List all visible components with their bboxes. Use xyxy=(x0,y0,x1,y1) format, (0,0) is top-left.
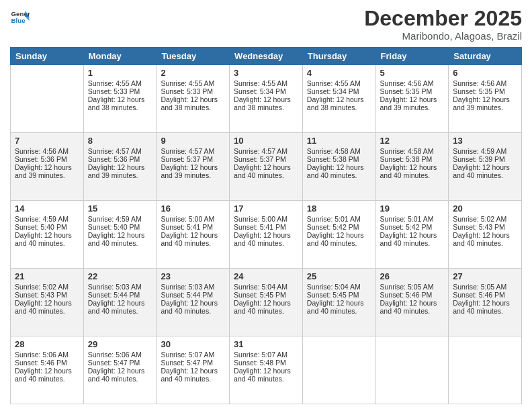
calendar-cell: 19Sunrise: 5:01 AMSunset: 5:42 PMDayligh… xyxy=(375,201,449,269)
daylight-text: Daylight: 12 hours and 40 minutes. xyxy=(234,231,298,247)
daylight-text: Daylight: 12 hours and 40 minutes. xyxy=(307,163,371,179)
sunrise-text: Sunrise: 4:56 AM xyxy=(453,79,517,87)
sunrise-text: Sunrise: 5:07 AM xyxy=(234,351,298,359)
day-number: 19 xyxy=(380,203,445,214)
sunset-text: Sunset: 5:47 PM xyxy=(88,359,152,367)
sunrise-text: Sunrise: 4:56 AM xyxy=(15,147,79,155)
day-number: 7 xyxy=(15,136,79,146)
sunrise-text: Sunrise: 4:57 AM xyxy=(161,147,225,155)
sunrise-text: Sunrise: 4:56 AM xyxy=(380,79,445,87)
sunrise-text: Sunrise: 5:05 AM xyxy=(453,283,517,291)
day-number: 2 xyxy=(161,68,225,78)
calendar-cell: 21Sunrise: 5:02 AMSunset: 5:43 PMDayligh… xyxy=(11,269,84,336)
calendar-cell: 29Sunrise: 5:06 AMSunset: 5:47 PMDayligh… xyxy=(83,336,157,404)
calendar-cell xyxy=(302,336,375,404)
calendar-cell: 15Sunrise: 4:59 AMSunset: 5:40 PMDayligh… xyxy=(83,201,157,269)
sunset-text: Sunset: 5:33 PM xyxy=(161,87,225,95)
sunrise-text: Sunrise: 4:55 AM xyxy=(234,79,298,87)
day-number: 28 xyxy=(15,339,79,349)
day-number: 16 xyxy=(161,203,225,214)
sunrise-text: Sunrise: 5:01 AM xyxy=(380,215,445,223)
daylight-text: Daylight: 12 hours and 39 minutes. xyxy=(161,163,225,179)
daylight-text: Daylight: 12 hours and 40 minutes. xyxy=(453,163,517,179)
day-number: 5 xyxy=(380,68,445,78)
sunrise-text: Sunrise: 4:58 AM xyxy=(307,147,371,155)
calendar-cell: 10Sunrise: 4:57 AMSunset: 5:37 PMDayligh… xyxy=(230,133,303,201)
sunset-text: Sunset: 5:45 PM xyxy=(234,291,298,299)
sunrise-text: Sunrise: 4:59 AM xyxy=(453,147,517,155)
sunset-text: Sunset: 5:42 PM xyxy=(307,223,371,231)
sunset-text: Sunset: 5:34 PM xyxy=(307,87,371,95)
daylight-text: Daylight: 12 hours and 40 minutes. xyxy=(88,231,152,247)
calendar-cell: 14Sunrise: 4:59 AMSunset: 5:40 PMDayligh… xyxy=(11,201,84,269)
sunrise-text: Sunrise: 5:03 AM xyxy=(161,283,225,291)
sunrise-text: Sunrise: 4:59 AM xyxy=(15,215,79,223)
sunset-text: Sunset: 5:34 PM xyxy=(234,87,298,95)
calendar-cell: 6Sunrise: 4:56 AMSunset: 5:35 PMDaylight… xyxy=(449,65,522,133)
day-number: 11 xyxy=(307,136,371,146)
sunrise-text: Sunrise: 4:55 AM xyxy=(161,79,225,87)
title-block: December 2025 Maribondo, Alagoas, Brazil xyxy=(364,7,522,42)
day-number: 12 xyxy=(380,136,445,146)
day-number: 4 xyxy=(307,68,371,78)
daylight-text: Daylight: 12 hours and 39 minutes. xyxy=(88,163,152,179)
sunset-text: Sunset: 5:42 PM xyxy=(380,223,445,231)
sunrise-text: Sunrise: 5:01 AM xyxy=(307,215,371,223)
day-number: 29 xyxy=(88,339,152,349)
daylight-text: Daylight: 12 hours and 39 minutes. xyxy=(15,163,79,179)
day-number: 22 xyxy=(88,271,152,281)
day-number: 27 xyxy=(453,271,517,281)
day-number: 20 xyxy=(453,203,517,214)
calendar-cell: 18Sunrise: 5:01 AMSunset: 5:42 PMDayligh… xyxy=(302,201,375,269)
daylight-text: Daylight: 12 hours and 40 minutes. xyxy=(307,299,371,315)
sunset-text: Sunset: 5:46 PM xyxy=(453,291,517,299)
location-subtitle: Maribondo, Alagoas, Brazil xyxy=(364,30,522,42)
daylight-text: Daylight: 12 hours and 38 minutes. xyxy=(161,95,225,111)
sunset-text: Sunset: 5:38 PM xyxy=(380,155,445,163)
calendar-cell xyxy=(11,65,84,133)
daylight-text: Daylight: 12 hours and 39 minutes. xyxy=(453,95,517,111)
daylight-text: Daylight: 12 hours and 40 minutes. xyxy=(453,299,517,315)
sunset-text: Sunset: 5:37 PM xyxy=(161,155,225,163)
calendar-cell: 24Sunrise: 5:04 AMSunset: 5:45 PMDayligh… xyxy=(230,269,303,336)
sunrise-text: Sunrise: 4:57 AM xyxy=(88,147,152,155)
day-number: 17 xyxy=(234,203,298,214)
daylight-text: Daylight: 12 hours and 40 minutes. xyxy=(234,299,298,315)
calendar-cell: 26Sunrise: 5:05 AMSunset: 5:46 PMDayligh… xyxy=(375,269,449,336)
daylight-text: Daylight: 12 hours and 38 minutes. xyxy=(234,95,298,111)
sunrise-text: Sunrise: 5:07 AM xyxy=(161,351,225,359)
calendar-cell: 23Sunrise: 5:03 AMSunset: 5:44 PMDayligh… xyxy=(157,269,230,336)
day-number: 1 xyxy=(88,68,152,78)
calendar-cell: 17Sunrise: 5:00 AMSunset: 5:41 PMDayligh… xyxy=(230,201,303,269)
calendar-table: SundayMondayTuesdayWednesdayThursdayFrid… xyxy=(10,47,522,404)
sunset-text: Sunset: 5:35 PM xyxy=(453,87,517,95)
day-number: 13 xyxy=(453,136,517,146)
day-header-tuesday: Tuesday xyxy=(157,48,230,65)
calendar-cell: 13Sunrise: 4:59 AMSunset: 5:39 PMDayligh… xyxy=(449,133,522,201)
svg-marker-3 xyxy=(26,17,30,21)
sunset-text: Sunset: 5:44 PM xyxy=(88,291,152,299)
daylight-text: Daylight: 12 hours and 40 minutes. xyxy=(307,231,371,247)
calendar-cell: 20Sunrise: 5:02 AMSunset: 5:43 PMDayligh… xyxy=(449,201,522,269)
calendar-cell: 2Sunrise: 4:55 AMSunset: 5:33 PMDaylight… xyxy=(157,65,230,133)
daylight-text: Daylight: 12 hours and 40 minutes. xyxy=(234,367,298,383)
sunrise-text: Sunrise: 5:00 AM xyxy=(161,215,225,223)
daylight-text: Daylight: 12 hours and 40 minutes. xyxy=(380,163,445,179)
day-number: 8 xyxy=(88,136,152,146)
day-number: 23 xyxy=(161,271,225,281)
sunrise-text: Sunrise: 4:55 AM xyxy=(307,79,371,87)
logo-icon: General Blue xyxy=(10,7,30,27)
sunset-text: Sunset: 5:43 PM xyxy=(453,223,517,231)
daylight-text: Daylight: 12 hours and 40 minutes. xyxy=(15,231,79,247)
sunset-text: Sunset: 5:36 PM xyxy=(88,155,152,163)
daylight-text: Daylight: 12 hours and 40 minutes. xyxy=(161,299,225,315)
daylight-text: Daylight: 12 hours and 40 minutes. xyxy=(88,299,152,315)
sunset-text: Sunset: 5:45 PM xyxy=(307,291,371,299)
sunrise-text: Sunrise: 5:04 AM xyxy=(307,283,371,291)
day-number: 9 xyxy=(161,136,225,146)
sunrise-text: Sunrise: 4:55 AM xyxy=(88,79,152,87)
daylight-text: Daylight: 12 hours and 40 minutes. xyxy=(161,231,225,247)
sunset-text: Sunset: 5:44 PM xyxy=(161,291,225,299)
calendar-cell: 12Sunrise: 4:58 AMSunset: 5:38 PMDayligh… xyxy=(375,133,449,201)
sunset-text: Sunset: 5:38 PM xyxy=(307,155,371,163)
